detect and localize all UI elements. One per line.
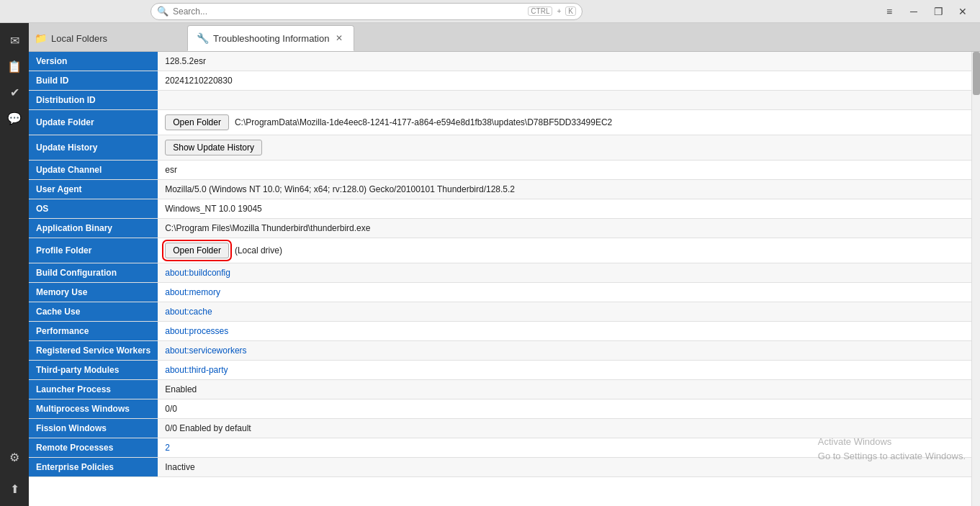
row-label: Remote Processes xyxy=(29,438,158,458)
info-link[interactable]: 2 xyxy=(165,443,170,453)
search-shortcut-k: K xyxy=(565,6,576,16)
row-label: Profile Folder xyxy=(29,238,158,263)
row-label: Distribution ID xyxy=(29,91,158,110)
row-label: Performance xyxy=(29,322,158,341)
row-value xyxy=(158,91,971,110)
info-area[interactable]: Version128.5.2esrBuild ID20241210220830D… xyxy=(29,52,971,506)
table-row: Update HistoryShow Update History xyxy=(29,135,971,161)
minimize-button[interactable]: ─ xyxy=(902,3,925,20)
row-label: Update Folder xyxy=(29,110,158,135)
scrollbar-track[interactable] xyxy=(971,52,980,506)
main-panel: Version128.5.2esrBuild ID20241210220830D… xyxy=(29,52,980,506)
scrollbar-thumb[interactable] xyxy=(973,52,980,95)
row-value: Windows_NT 10.0 19045 xyxy=(158,199,971,219)
nav-icon-settings[interactable]: ⚙ xyxy=(3,446,26,469)
row-label: Build ID xyxy=(29,71,158,91)
open-folder-button[interactable]: Open Folder xyxy=(165,114,229,130)
info-link[interactable]: about:processes xyxy=(165,326,228,336)
table-row: Application BinaryC:\Program Files\Mozil… xyxy=(29,219,971,238)
table-row: Launcher ProcessEnabled xyxy=(29,380,971,399)
info-link[interactable]: about:third-party xyxy=(165,365,228,375)
row-label: User Agent xyxy=(29,180,158,199)
path-text: C:\ProgramData\Mozilla-1de4eec8-1241-417… xyxy=(235,117,612,127)
search-icon: 🔍 xyxy=(157,6,168,17)
row-label: Third-party Modules xyxy=(29,361,158,380)
tab-close-button[interactable]: ✕ xyxy=(333,32,345,44)
nav-icon-mail[interactable]: ✉ xyxy=(3,29,26,52)
folder-icon: 📁 xyxy=(35,32,47,44)
open-profile-folder-button[interactable]: Open Folder xyxy=(165,243,229,258)
row-label: Registered Service Workers xyxy=(29,341,158,361)
row-value: 0/0 xyxy=(158,399,971,419)
info-link[interactable]: about:memory xyxy=(165,287,220,297)
row-value: about:third-party xyxy=(158,361,971,380)
table-row: OSWindows_NT 10.0 19045 xyxy=(29,199,971,219)
maximize-button[interactable]: ❐ xyxy=(927,3,950,20)
row-label: Version xyxy=(29,52,158,71)
tab-troubleshooting-icon: 🔧 xyxy=(197,32,209,44)
table-row: Version128.5.2esr xyxy=(29,52,971,71)
row-value: Open Folder(Local drive) xyxy=(158,238,971,263)
table-row: Memory Useabout:memory xyxy=(29,283,971,302)
search-input[interactable] xyxy=(173,6,523,17)
info-table: Version128.5.2esrBuild ID20241210220830D… xyxy=(29,52,971,477)
search-bar[interactable]: 🔍 CTRL + K xyxy=(150,3,583,20)
nav-icon-calendar[interactable]: 📋 xyxy=(3,55,26,78)
table-row: Enterprise PoliciesInactive xyxy=(29,458,971,477)
icon-sidebar: ✉ 📋 ✔ 💬 ⚙ ⬆ xyxy=(0,23,29,506)
title-bar: 🔍 CTRL + K ≡ ─ ❐ ✕ xyxy=(0,0,980,23)
row-label: Update Channel xyxy=(29,161,158,180)
local-drive-text: (Local drive) xyxy=(235,245,282,256)
table-row: Profile FolderOpen Folder(Local drive) xyxy=(29,238,971,263)
row-label: Cache Use xyxy=(29,302,158,322)
info-link[interactable]: about:serviceworkers xyxy=(165,345,246,356)
row-label: OS xyxy=(29,199,158,219)
row-value: 2 xyxy=(158,438,971,458)
row-value: about:cache xyxy=(158,302,971,322)
row-label: Application Binary xyxy=(29,219,158,238)
show-update-history-button[interactable]: Show Update History xyxy=(165,140,262,155)
nav-icon-tasks[interactable]: ✔ xyxy=(3,81,26,104)
row-value: 0/0 Enabled by default xyxy=(158,419,971,438)
tab-bar: 📁 Local Folders 🔧 Troubleshooting Inform… xyxy=(29,23,980,52)
table-row: Fission Windows0/0 Enabled by default xyxy=(29,419,971,438)
table-row: Build Configurationabout:buildconfig xyxy=(29,263,971,283)
row-value: C:\Program Files\Mozilla Thunderbird\thu… xyxy=(158,219,971,238)
row-value: Mozilla/5.0 (Windows NT 10.0; Win64; x64… xyxy=(158,180,971,199)
table-row: Performanceabout:processes xyxy=(29,322,971,341)
nav-icon-update[interactable]: ⬆ xyxy=(3,477,26,500)
table-row: Third-party Modulesabout:third-party xyxy=(29,361,971,380)
table-row: Distribution ID xyxy=(29,91,971,110)
table-row: Update Channelesr xyxy=(29,161,971,180)
row-value: about:buildconfig xyxy=(158,263,971,283)
row-label: Multiprocess Windows xyxy=(29,399,158,419)
info-link[interactable]: about:buildconfig xyxy=(165,268,230,278)
info-link[interactable]: about:cache xyxy=(165,307,212,317)
row-label: Launcher Process xyxy=(29,380,158,399)
tab-local-folders[interactable]: 📁 Local Folders xyxy=(29,25,187,51)
table-row: Multiprocess Windows0/0 xyxy=(29,399,971,419)
tab-troubleshooting-label: Troubleshooting Information xyxy=(213,33,329,44)
row-label: Fission Windows xyxy=(29,419,158,438)
content-area: 📁 Local Folders 🔧 Troubleshooting Inform… xyxy=(29,23,980,506)
menu-button[interactable]: ≡ xyxy=(878,3,901,20)
row-value: Enabled xyxy=(158,380,971,399)
row-value: esr xyxy=(158,161,971,180)
table-row: Build ID20241210220830 xyxy=(29,71,971,91)
tab-local-folders-label: Local Folders xyxy=(51,33,107,44)
row-value: Inactive xyxy=(158,458,971,477)
row-label: Update History xyxy=(29,135,158,161)
nav-icon-chat[interactable]: 💬 xyxy=(3,107,26,130)
window-controls: ≡ ─ ❐ ✕ xyxy=(878,3,974,20)
table-row: User AgentMozilla/5.0 (Windows NT 10.0; … xyxy=(29,180,971,199)
close-button[interactable]: ✕ xyxy=(951,3,974,20)
app-body: ✉ 📋 ✔ 💬 ⚙ ⬆ 📁 Local Folders 🔧 Troublesho… xyxy=(0,23,980,506)
table-row: Cache Useabout:cache xyxy=(29,302,971,322)
row-label: Enterprise Policies xyxy=(29,458,158,477)
row-label: Build Configuration xyxy=(29,263,158,283)
table-row: Remote Processes2 xyxy=(29,438,971,458)
row-value: about:processes xyxy=(158,322,971,341)
search-shortcut-plus: + xyxy=(557,7,561,15)
tab-troubleshooting[interactable]: 🔧 Troubleshooting Information ✕ xyxy=(187,25,354,51)
row-value: Open FolderC:\ProgramData\Mozilla-1de4ee… xyxy=(158,110,971,135)
